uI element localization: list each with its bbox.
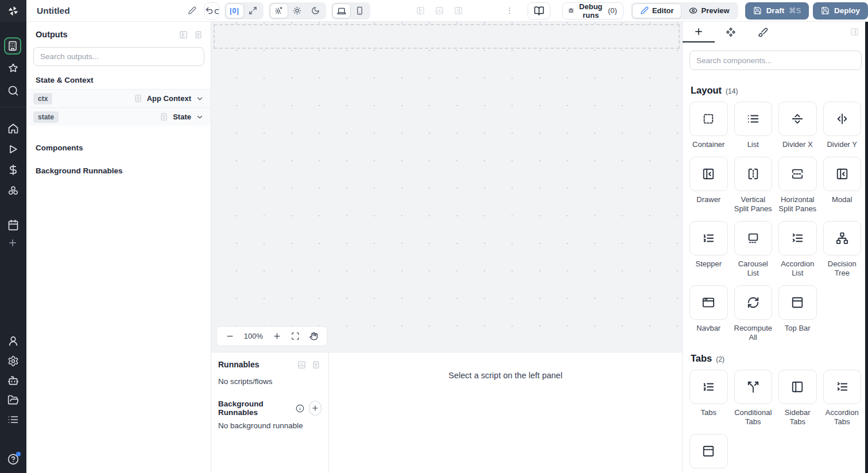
center-canvas-button[interactable]: |0| bbox=[226, 3, 244, 18]
app-title[interactable]: Untitled bbox=[37, 6, 70, 16]
sun-sparkle-icon bbox=[274, 6, 283, 15]
state-type-label: State bbox=[173, 113, 191, 121]
preview-tab[interactable]: Preview bbox=[681, 3, 737, 18]
zoom-in-button[interactable] bbox=[273, 332, 281, 340]
component-card-navbar[interactable]: Navbar bbox=[689, 285, 728, 342]
chevron-down-icon[interactable] bbox=[196, 95, 204, 103]
component-card-accordion-tabs[interactable]: Accordion Tabs bbox=[823, 370, 862, 427]
deploy-label: Deploy bbox=[834, 6, 860, 15]
debug-runs-button[interactable]: Debug runs (0) bbox=[562, 2, 623, 20]
collapse-panel-icon[interactable] bbox=[179, 30, 188, 39]
more-options-button[interactable] bbox=[505, 6, 514, 15]
component-card-vertical-split[interactable]: Vertical Split Panes bbox=[734, 157, 773, 214]
fit-view-button[interactable] bbox=[291, 332, 300, 340]
component-card-invisible-tabs[interactable] bbox=[689, 434, 728, 472]
stepper-icon bbox=[702, 232, 715, 245]
output-row-state[interactable]: state State bbox=[26, 107, 211, 126]
container-icon bbox=[702, 113, 715, 125]
empty-grid-dropzone[interactable] bbox=[214, 24, 680, 49]
toggle-right-panel-icon[interactable] bbox=[454, 6, 463, 15]
tab-styling[interactable] bbox=[747, 22, 779, 42]
app-canvas[interactable]: 100% bbox=[211, 22, 682, 352]
sidebar-item-apps-active[interactable] bbox=[4, 37, 21, 55]
notification-dot bbox=[16, 452, 21, 456]
component-card-accordion-list[interactable]: Accordion List bbox=[778, 221, 817, 278]
theme-auto-button[interactable] bbox=[270, 3, 288, 18]
divider-x-icon bbox=[791, 113, 804, 125]
json-preview-icon[interactable] bbox=[134, 94, 142, 103]
component-card-tabs[interactable]: Tabs bbox=[689, 370, 728, 427]
component-card-divider-y[interactable]: Divider Y bbox=[823, 102, 862, 149]
theme-light-button[interactable] bbox=[288, 3, 307, 18]
search-outputs-input[interactable] bbox=[33, 47, 204, 66]
sidebar-item-variables[interactable] bbox=[7, 164, 19, 176]
undo-button[interactable] bbox=[205, 3, 214, 19]
tab-insert-component[interactable] bbox=[683, 22, 715, 42]
sidebar-item-home[interactable] bbox=[7, 123, 19, 134]
sidebar-item-resources[interactable] bbox=[7, 185, 19, 196]
sidebar-item-settings[interactable] bbox=[7, 355, 19, 367]
add-background-runnable-button[interactable] bbox=[309, 401, 321, 416]
collapse-right-panel-icon[interactable] bbox=[850, 28, 859, 36]
chevron-down-icon[interactable] bbox=[196, 113, 204, 121]
editor-tab[interactable]: Editor bbox=[632, 3, 682, 18]
component-card-carousel-list[interactable]: Carousel List bbox=[734, 221, 773, 278]
sidebar-item-runs[interactable] bbox=[7, 144, 19, 155]
sidebar-item-ai[interactable] bbox=[7, 375, 19, 386]
drawer-icon bbox=[702, 168, 715, 180]
runnables-empty-text: No scripts/flows bbox=[218, 377, 321, 386]
script-editor-placeholder: Select a script on the left panel bbox=[329, 352, 682, 473]
sidebar-item-favorites[interactable] bbox=[7, 63, 19, 74]
top-bar-icon bbox=[791, 296, 804, 309]
zoom-out-button[interactable] bbox=[226, 332, 234, 340]
component-card-stepper[interactable]: Stepper bbox=[689, 221, 728, 278]
sidebar-item-add[interactable] bbox=[7, 238, 19, 249]
json-preview-icon[interactable] bbox=[160, 113, 168, 121]
sidebar-item-schedules[interactable] bbox=[7, 219, 19, 231]
collapse-bottom-panel-icon[interactable] bbox=[297, 360, 306, 369]
docs-button[interactable] bbox=[528, 2, 551, 20]
component-card-sidebar-tabs[interactable]: Sidebar Tabs bbox=[778, 370, 817, 427]
component-card-container[interactable]: Container bbox=[689, 102, 728, 149]
maximize-canvas-button[interactable] bbox=[244, 3, 262, 18]
docs-panel-icon[interactable] bbox=[312, 360, 320, 369]
theme-dark-button[interactable] bbox=[307, 3, 325, 18]
component-card-conditional-tabs[interactable]: Conditional Tabs bbox=[734, 370, 773, 427]
windmill-logo[interactable] bbox=[0, 0, 26, 22]
toggle-left-panel-icon[interactable] bbox=[416, 6, 425, 15]
desktop-view-button[interactable] bbox=[332, 3, 351, 18]
component-card-list[interactable]: List bbox=[734, 102, 773, 149]
component-card-drawer[interactable]: Drawer bbox=[689, 157, 728, 214]
info-icon[interactable] bbox=[296, 404, 304, 413]
deploy-button[interactable]: Deploy bbox=[813, 2, 868, 20]
draft-button[interactable]: Draft ⌘S bbox=[745, 2, 809, 20]
redo-button[interactable] bbox=[214, 3, 219, 19]
component-card-horizontal-split[interactable]: Horizontal Split Panes bbox=[778, 157, 817, 214]
sidebar-item-search[interactable] bbox=[7, 85, 19, 96]
search-components-input[interactable] bbox=[689, 51, 862, 70]
mobile-view-button[interactable] bbox=[351, 3, 369, 18]
expand-json-icon[interactable] bbox=[194, 30, 203, 39]
edit-title-icon[interactable] bbox=[188, 6, 196, 15]
sidebar-item-help[interactable] bbox=[7, 453, 19, 465]
topbar: Untitled |0| bbox=[0, 0, 868, 22]
canvas-align-group: |0| bbox=[224, 2, 264, 20]
component-card-recompute-all[interactable]: Recompute All bbox=[734, 285, 773, 342]
save-icon bbox=[753, 6, 762, 15]
component-card-modal[interactable]: Modal bbox=[823, 157, 862, 214]
sidebar-item-account[interactable] bbox=[7, 335, 19, 347]
editor-preview-toggle: Editor Preview bbox=[631, 2, 738, 20]
pan-tool-button[interactable] bbox=[309, 332, 318, 340]
component-card-decision-tree[interactable]: Decision Tree bbox=[823, 221, 862, 278]
toggle-bottom-panel-icon[interactable] bbox=[435, 6, 444, 15]
tab-component-settings[interactable] bbox=[715, 22, 747, 42]
sidebar-divider bbox=[0, 107, 26, 107]
tabs-section-title: Tabs bbox=[691, 353, 712, 364]
output-row-ctx[interactable]: ctx App Context bbox=[26, 89, 211, 107]
ctx-type-label: App Context bbox=[147, 94, 191, 103]
component-card-top-bar[interactable]: Top Bar bbox=[778, 285, 817, 342]
component-card-divider-x[interactable]: Divider X bbox=[778, 102, 817, 149]
sidebar-item-logs[interactable] bbox=[7, 414, 19, 425]
play-icon bbox=[7, 144, 19, 155]
sidebar-item-folders[interactable] bbox=[7, 394, 19, 406]
